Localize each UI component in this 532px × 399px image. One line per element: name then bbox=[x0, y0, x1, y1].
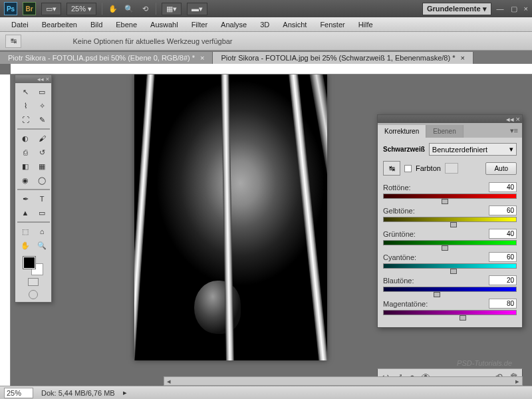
wand-tool[interactable]: ✧ bbox=[34, 99, 50, 112]
document-tab[interactable]: Piotr Sikora - FOTOLIA.psd bei 50% (Eben… bbox=[0, 52, 213, 64]
healing-tool[interactable]: ◐ bbox=[17, 132, 33, 145]
screen-mode-dropdown[interactable]: ▬▾ bbox=[187, 3, 207, 15]
adjustment-title: Schwarzweiß bbox=[383, 146, 425, 153]
status-menu-icon[interactable]: ▸ bbox=[123, 388, 127, 397]
eyedropper-tool[interactable]: ✎ bbox=[34, 113, 50, 126]
tab-korrekturen[interactable]: Korrekturen bbox=[378, 125, 426, 138]
slider-value[interactable] bbox=[489, 275, 517, 285]
auto-button[interactable]: Auto bbox=[485, 162, 517, 175]
slider-value[interactable] bbox=[489, 182, 517, 192]
tools-panel: ◂◂× ↖ ▭ ⌇ ✧ ⛶ ✎ ◐ 🖌 ⎙ ↺ ◧ ▦ ◉ ◯ ✒ T ▲ ▭ … bbox=[15, 74, 52, 303]
menu-datei[interactable]: Datei bbox=[5, 19, 35, 31]
tool-preset-icon[interactable]: ↹ bbox=[5, 35, 21, 48]
menu-ansicht[interactable]: Ansicht bbox=[277, 19, 313, 31]
maximize-button[interactable]: ▢ bbox=[511, 5, 517, 13]
color-swatches[interactable] bbox=[23, 257, 43, 275]
menu-ebene[interactable]: Ebene bbox=[110, 19, 143, 31]
minimize-button[interactable]: — bbox=[497, 5, 504, 13]
menu-fenster[interactable]: Fenster bbox=[314, 19, 350, 31]
view-docs-dropdown[interactable]: ▭▾ bbox=[41, 3, 61, 15]
panel-header[interactable]: ◂◂× bbox=[15, 75, 51, 83]
pen-tool[interactable]: ✒ bbox=[17, 192, 33, 205]
history-brush-tool[interactable]: ↺ bbox=[34, 146, 50, 159]
stamp-tool[interactable]: ⎙ bbox=[17, 146, 33, 159]
marquee-tool[interactable]: ▭ bbox=[34, 85, 50, 98]
dodge-tool[interactable]: ◯ bbox=[34, 174, 50, 187]
zoom-input[interactable]: 25% bbox=[4, 388, 33, 398]
hand-tool[interactable]: ✋ bbox=[17, 239, 33, 252]
menu-3d[interactable]: 3D bbox=[254, 19, 275, 31]
type-tool[interactable]: T bbox=[34, 192, 50, 205]
options-bar: ↹ Keine Optionen für aktuelles Werkzeug … bbox=[0, 32, 532, 51]
screenmode-toggle[interactable] bbox=[29, 290, 38, 299]
rotate-view-icon[interactable]: ⟲ bbox=[140, 3, 150, 14]
panel-menu-icon[interactable]: ▾≡ bbox=[506, 124, 522, 138]
adjustments-panel: ◂◂ × Korrekturen Ebenen ▾≡ Schwarzweiß B… bbox=[377, 114, 523, 328]
bridge-logo[interactable]: Br bbox=[23, 2, 36, 15]
preset-dropdown[interactable]: Benutzerdefiniert▾ bbox=[429, 143, 517, 156]
workspace-switcher[interactable]: Grundelemente ▾ bbox=[422, 3, 491, 15]
arrange-docs-dropdown[interactable]: ▦▾ bbox=[162, 3, 182, 15]
close-icon[interactable]: × bbox=[460, 54, 464, 62]
tint-label: Farbton bbox=[416, 164, 441, 172]
tab-ebenen[interactable]: Ebenen bbox=[426, 125, 463, 138]
close-button[interactable]: × bbox=[524, 5, 528, 13]
ruler-horizontal[interactable] bbox=[11, 64, 532, 74]
move-tool[interactable]: ↖ bbox=[17, 85, 33, 98]
photoshop-logo: Ps bbox=[4, 2, 17, 15]
blur-tool[interactable]: ◉ bbox=[17, 174, 33, 187]
slider-thumb[interactable] bbox=[442, 199, 448, 204]
slider-track[interactable] bbox=[383, 217, 517, 222]
slider-thumb[interactable] bbox=[450, 222, 457, 227]
hand-tool-icon[interactable]: ✋ bbox=[108, 3, 118, 14]
quickmask-toggle[interactable] bbox=[28, 278, 39, 286]
menu-analyse[interactable]: Analyse bbox=[215, 19, 253, 31]
slider-name: Gelbtöne: bbox=[383, 207, 415, 215]
slider-track[interactable] bbox=[383, 310, 517, 315]
zoom-dropdown[interactable]: 25% ▾ bbox=[66, 3, 96, 15]
slider-value[interactable] bbox=[489, 252, 517, 262]
slider-thumb[interactable] bbox=[460, 315, 466, 321]
tint-checkbox[interactable] bbox=[404, 165, 412, 172]
menu-filter[interactable]: Filter bbox=[186, 19, 213, 31]
horizontal-scrollbar[interactable]: ◂▸ bbox=[164, 376, 523, 386]
status-bar: 25% Dok: 5,44 MB/6,76 MB ▸ bbox=[0, 386, 532, 399]
document-canvas[interactable] bbox=[134, 74, 327, 360]
shape-tool[interactable]: ▭ bbox=[34, 206, 50, 219]
brush-tool[interactable]: 🖌 bbox=[34, 132, 50, 145]
ruler-vertical[interactable] bbox=[0, 74, 11, 386]
slider-value[interactable] bbox=[489, 229, 517, 239]
target-adjust-button[interactable]: ↹ bbox=[383, 161, 400, 176]
watermark: PSD-Tutorials.de bbox=[457, 359, 512, 367]
document-tab[interactable]: Piotr Sikora - FOTOLIA.jpg bei 25% (Schw… bbox=[213, 52, 473, 64]
crop-tool[interactable]: ⛶ bbox=[17, 113, 33, 126]
menu-bild[interactable]: Bild bbox=[84, 19, 108, 31]
menu-auswahl[interactable]: Auswahl bbox=[144, 19, 184, 31]
3d-camera-tool[interactable]: ⌂ bbox=[34, 225, 50, 238]
close-icon[interactable]: × bbox=[200, 54, 204, 62]
foreground-color[interactable] bbox=[23, 257, 35, 269]
menu-hilfe[interactable]: Hilfe bbox=[352, 19, 379, 31]
menu-bearbeiten[interactable]: Bearbeiten bbox=[36, 19, 83, 31]
eraser-tool[interactable]: ◧ bbox=[17, 160, 33, 173]
slider-thumb[interactable] bbox=[450, 269, 457, 274]
panel-drag-bar[interactable]: ◂◂ × bbox=[378, 115, 522, 123]
path-select-tool[interactable]: ▲ bbox=[17, 206, 33, 219]
slider-track[interactable] bbox=[383, 287, 517, 292]
lasso-tool[interactable]: ⌇ bbox=[17, 99, 33, 112]
slider-name: Rottöne: bbox=[383, 184, 411, 192]
zoom-tool[interactable]: 🔍 bbox=[34, 239, 50, 252]
slider-track[interactable] bbox=[383, 194, 517, 199]
close-icon[interactable]: × bbox=[516, 115, 520, 123]
slider-thumb[interactable] bbox=[434, 292, 440, 297]
slider-track[interactable] bbox=[383, 263, 517, 269]
slider-track[interactable] bbox=[383, 240, 517, 245]
zoom-tool-icon[interactable]: 🔍 bbox=[124, 3, 134, 14]
gradient-tool[interactable]: ▦ bbox=[34, 160, 50, 173]
tint-swatch[interactable] bbox=[445, 163, 458, 174]
slider-thumb[interactable] bbox=[442, 245, 448, 251]
3d-tool[interactable]: ⬚ bbox=[17, 225, 33, 238]
slider-name: Grüntöne: bbox=[383, 230, 416, 238]
slider-value[interactable] bbox=[489, 299, 517, 309]
slider-value[interactable] bbox=[489, 205, 517, 215]
